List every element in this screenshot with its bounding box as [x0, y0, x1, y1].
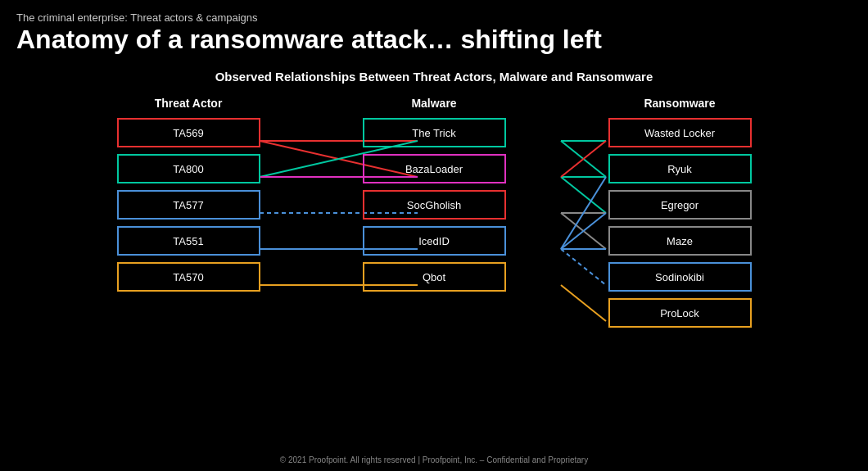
prolock-box: ProLock: [608, 298, 752, 328]
qbot-box: Qbot: [363, 262, 506, 292]
footer-text: © 2021 Proofpoint. All rights reserved |…: [280, 455, 588, 464]
wastedlocker-box: Wasted Locker: [608, 118, 752, 147]
title: Anatomy of a ransomware attack… shifting…: [16, 24, 852, 55]
ta569-box: TA569: [117, 118, 260, 147]
col1-header: Threat Actor: [155, 97, 223, 110]
malware-column: Malware The Trick BazaLoader SocGholish …: [352, 97, 516, 298]
ta577-box: TA577: [117, 190, 260, 220]
ransomware-column: Ransomware Wasted Locker Ryuk Egregor Ma…: [598, 97, 762, 334]
bazaloader-box: BazaLoader: [363, 154, 506, 183]
ta570-box: TA570: [117, 262, 260, 292]
subtitle: The criminal enterprise: Threat actors &…: [16, 11, 852, 24]
col3-header: Ransomware: [644, 97, 715, 110]
diagram: Observed Relationships Between Threat Ac…: [106, 70, 762, 334]
footer: © 2021 Proofpoint. All rights reserved |…: [0, 455, 868, 464]
ryuk-box: Ryuk: [608, 154, 752, 183]
col2-header: Malware: [411, 97, 456, 110]
thetrick-box: The Trick: [363, 118, 506, 147]
egregor-box: Egregor: [608, 190, 752, 220]
socgholish-box: SocGholish: [363, 190, 506, 220]
sodinokibi-box: Sodinokibi: [608, 262, 752, 292]
columns-layout: Threat Actor TA569 TA800 TA577 TA551 TA5…: [106, 97, 762, 334]
threat-actor-column: Threat Actor TA569 TA800 TA577 TA551 TA5…: [106, 97, 270, 298]
diagram-title: Observed Relationships Between Threat Ac…: [106, 70, 762, 84]
ta551-box: TA551: [117, 226, 260, 256]
maze-box: Maze: [608, 226, 752, 256]
header: The criminal enterprise: Threat actors &…: [0, 0, 868, 55]
ta800-box: TA800: [117, 154, 260, 183]
icedid-box: IcedID: [363, 226, 506, 256]
